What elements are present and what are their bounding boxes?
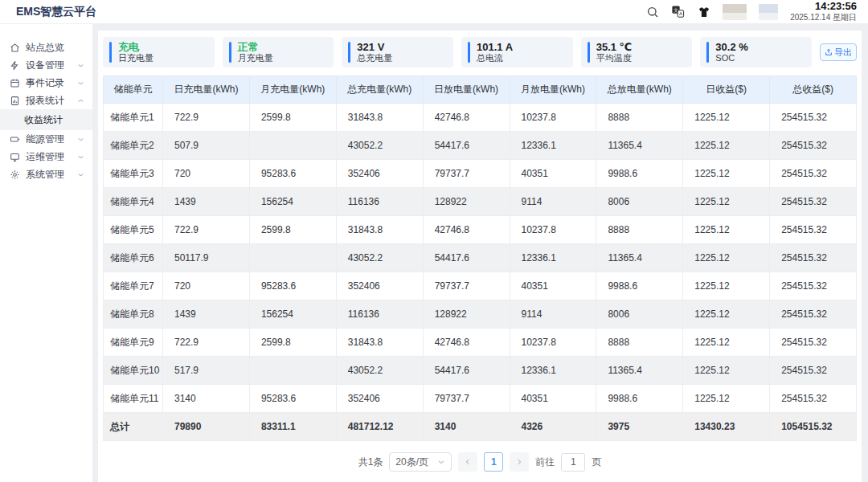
- table-cell: [249, 357, 336, 385]
- table-cell: 54417.6: [423, 132, 510, 160]
- sidebar-item-label: 系统管理: [26, 168, 77, 182]
- sidebar-item-energy[interactable]: 能源管理: [0, 130, 92, 148]
- card-accent-bar: [468, 42, 470, 63]
- theme-shirt-icon[interactable]: [697, 5, 710, 18]
- sidebar-item-label: 运维管理: [26, 150, 77, 164]
- table-cell: 156254: [249, 300, 336, 329]
- table-cell: 40351: [510, 160, 596, 188]
- table-cell: 1225.12: [683, 300, 770, 329]
- table-cell: 254515.32: [770, 300, 857, 329]
- sidebar-item-ops[interactable]: 运维管理: [0, 148, 92, 165]
- sidebar-item-label: 能源管理: [26, 133, 77, 146]
- table-cell: 254515.32: [770, 160, 857, 188]
- report-icon: [10, 96, 20, 106]
- table-cell: 42746.8: [423, 104, 510, 132]
- sidebar-item-events[interactable]: 事件记录: [0, 74, 92, 92]
- table-cell: 254515.32: [770, 329, 857, 357]
- table-cell: 54417.6: [423, 357, 510, 385]
- stat-card-monthly-charge: 正常月充电量: [223, 37, 334, 67]
- table-row: 储能单元650117.943052.254417.612336.111365.4…: [104, 244, 857, 272]
- table-cell: 9988.6: [596, 160, 683, 188]
- svg-text:A: A: [679, 11, 682, 16]
- stat-card-avg-temp: 35.1 ℃平均温度: [581, 37, 693, 67]
- table-row: 储能单元372095283.635240679737.7403519988.61…: [104, 160, 857, 188]
- table-cell: 储能单元6: [104, 244, 163, 272]
- table-cell: 1225.12: [683, 160, 770, 188]
- table-cell: 9114: [510, 188, 596, 216]
- sidebar-item-reports[interactable]: 报表统计: [0, 92, 92, 109]
- card-label: 总电流: [477, 53, 513, 63]
- current-page-button[interactable]: 1: [484, 452, 503, 472]
- table-cell: 10237.8: [510, 104, 596, 132]
- table-cell: 12336.1: [510, 244, 596, 272]
- table-cell: 10237.8: [510, 329, 596, 357]
- table-cell: 128922: [423, 188, 510, 216]
- table-cell: 40351: [510, 272, 596, 300]
- time-display: 14:23:56: [790, 1, 857, 13]
- sidebar-item-label: 报表统计: [26, 94, 77, 108]
- sidebar-subitem-revenue[interactable]: 收益统计: [0, 109, 92, 130]
- card-accent-bar: [588, 42, 590, 63]
- card-label: 日充电量: [118, 53, 154, 63]
- table-cell: 43052.2: [336, 244, 423, 272]
- card-text: 101.1 A总电流: [477, 41, 513, 64]
- sidebar: 站点总览设备管理事件记录报表统计收益统计能源管理运维管理系统管理: [0, 24, 92, 482]
- table-cell: 720: [163, 160, 250, 188]
- table-cell: 517.9: [163, 357, 250, 385]
- header-actions: 文A 14:23:56 2025.12.14 星期日: [645, 1, 860, 22]
- column-header: 总充电量(kWh): [336, 76, 423, 104]
- card-accent-bar: [229, 42, 231, 63]
- chevron-up-icon: [77, 97, 84, 104]
- export-icon: [825, 48, 833, 56]
- table-cell: 79890: [163, 413, 250, 441]
- table-row: 储能单元11314095283.635240679737.7403519988.…: [104, 385, 857, 413]
- sidebar-item-label: 站点总览: [26, 41, 84, 55]
- page-size-select[interactable]: 20条/页: [389, 452, 452, 472]
- export-button[interactable]: 导出: [820, 43, 857, 61]
- table-cell: 1225.12: [683, 244, 770, 272]
- table-cell: 722.9: [163, 329, 250, 357]
- card-text: 正常月充电量: [238, 41, 273, 64]
- table-cell: 8006: [596, 188, 683, 216]
- table-cell: 352406: [336, 272, 423, 300]
- table-cell: 54417.6: [423, 244, 510, 272]
- sidebar-item-device[interactable]: 设备管理: [0, 56, 92, 74]
- export-label: 导出: [834, 47, 852, 59]
- table-cell: 156254: [249, 188, 336, 216]
- table-cell: 2599.8: [249, 329, 336, 357]
- card-accent-bar: [706, 42, 709, 63]
- clock: 14:23:56 2025.12.14 星期日: [790, 1, 860, 22]
- table-cell: 3140: [163, 385, 250, 413]
- chevron-down-icon: [77, 153, 84, 161]
- card-accent-bar: [109, 42, 112, 63]
- stat-card-daily-charge: 充电日充电量: [103, 37, 215, 67]
- sidebar-item-system[interactable]: 系统管理: [0, 165, 92, 183]
- table-cell: 总计: [104, 413, 163, 441]
- table-cell: 2599.8: [249, 216, 336, 244]
- goto-page-input[interactable]: [561, 453, 585, 472]
- search-icon[interactable]: [645, 5, 659, 18]
- table-cell: 31843.8: [336, 329, 423, 357]
- table-cell: 1225.12: [683, 216, 770, 244]
- table-cell: 3140: [423, 413, 510, 441]
- table-row: 储能单元772095283.635240679737.7403519988.61…: [104, 272, 857, 300]
- prev-page-button[interactable]: [458, 452, 477, 472]
- table-cell: 储能单元10: [104, 357, 163, 385]
- table-cell: 9114: [510, 300, 596, 329]
- stat-card-total-charge: 321 V总充电量: [342, 37, 453, 67]
- table-cell: 1225.12: [683, 272, 770, 300]
- table-cell: 116136: [336, 300, 423, 329]
- main-content: 充电日充电量正常月充电量321 V总充电量101.1 A总电流35.1 ℃平均温…: [92, 24, 868, 482]
- card-value: 30.2 %: [715, 41, 747, 54]
- card-text: 321 V总充电量: [357, 41, 392, 64]
- calendar-icon: [10, 78, 20, 88]
- next-page-button[interactable]: [510, 452, 529, 472]
- translate-icon[interactable]: 文A: [671, 5, 685, 18]
- chevron-down-icon: [77, 171, 84, 178]
- table-cell: 481712.12: [336, 413, 423, 441]
- table-cell: 31843.8: [336, 104, 423, 132]
- sidebar-item-overview[interactable]: 站点总览: [0, 39, 92, 56]
- column-header: 储能单元: [104, 76, 163, 104]
- table-cell: 9988.6: [596, 272, 683, 300]
- table-cell: 储能单元9: [104, 329, 163, 357]
